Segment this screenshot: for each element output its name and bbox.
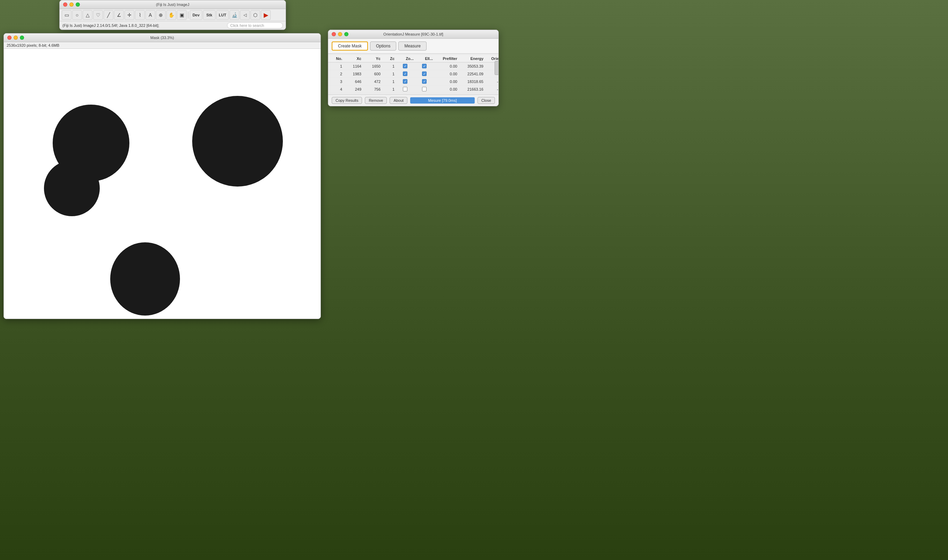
checkbox-ell-1[interactable]: ✓	[422, 64, 426, 68]
data-table: No. Xc Yc Zc Zo... Ell... Prefilter Ener…	[328, 54, 499, 94]
oval-tool[interactable]: ○	[72, 10, 82, 20]
row2-xc: 1983	[343, 71, 362, 77]
close-button[interactable]: Close	[477, 97, 495, 104]
row4-no: 4	[331, 86, 343, 92]
row1-zo-check[interactable]: ✓	[396, 63, 415, 69]
angle-tool[interactable]: ∠	[114, 10, 124, 20]
row2-prefilter: 0.00	[434, 71, 458, 77]
stk-button[interactable]: Stk	[203, 10, 215, 20]
image-window: Mask (33.3%) 2536x1920 pixels; 8-bit; 4.…	[3, 33, 321, 319]
copy-results-button[interactable]: Copy Results	[332, 97, 362, 104]
image-canvas[interactable]	[4, 49, 320, 319]
row1-ell-check[interactable]: ✓	[415, 63, 434, 69]
lut-button[interactable]: LUT	[216, 10, 229, 20]
macro-icon[interactable]: ◁	[240, 10, 250, 20]
image-title: Mask (33.3%)	[150, 35, 174, 40]
checkbox-zo-1[interactable]: ✓	[403, 64, 407, 68]
progress-bar: Mesure [79.0ms]	[410, 97, 475, 103]
panel-min-traffic[interactable]	[338, 32, 342, 36]
row4-energy: 21663.16	[458, 86, 485, 92]
polygon-tool[interactable]: △	[83, 10, 92, 20]
checkbox-zo-3[interactable]: ✓	[403, 79, 407, 84]
toolbar-title: (Fiji Is Just) ImageJ	[156, 2, 189, 7]
progress-text: Mesure [79.0ms]	[428, 98, 457, 103]
status-text: (Fiji Is Just) ImageJ 2.14.0/1.54f; Java…	[62, 23, 159, 28]
row3-prefilter: 0.00	[434, 79, 458, 85]
panel-close-traffic[interactable]	[332, 32, 336, 36]
row3-zo-check[interactable]: ✓	[396, 78, 415, 85]
row2-zo-check[interactable]: ✓	[396, 71, 415, 77]
freehand-tool[interactable]: ♡	[93, 10, 103, 20]
row1-zc: 1	[382, 63, 396, 69]
toolbar-titlebar: (Fiji Is Just) ImageJ	[60, 0, 286, 9]
checkbox-ell-2[interactable]: ✓	[422, 71, 426, 76]
row4-ell-check[interactable]	[415, 86, 434, 92]
rectangle-tool[interactable]: ▭	[62, 10, 71, 20]
about-button[interactable]: About	[389, 97, 407, 104]
checkbox-ell-3[interactable]: ✓	[422, 79, 426, 84]
orientationj-panel: OrientationJ Measure [69C-30-1.tif] Crea…	[328, 30, 499, 106]
row1-prefilter: 0.00	[434, 63, 458, 69]
remove-button[interactable]: Remove	[365, 97, 387, 104]
image-close-btn[interactable]	[7, 35, 11, 40]
col-no: No.	[331, 56, 343, 62]
run-icon[interactable]: ▶	[261, 10, 271, 20]
panel-footer: Copy Results Remove About Mesure [79.0ms…	[328, 94, 499, 106]
create-mask-button[interactable]: Create Mask	[332, 42, 368, 51]
circle-large	[192, 96, 283, 186]
row2-ell-check[interactable]: ✓	[415, 71, 434, 77]
circle-medium	[53, 105, 129, 181]
col-yc: Yc	[362, 56, 382, 62]
wand-tool[interactable]: ⌇	[135, 10, 145, 20]
checkbox-zo-2[interactable]: ✓	[403, 71, 407, 76]
row4-xc: 249	[343, 86, 362, 92]
table-row: 4 249 756 1 0.00 21663.16 -37.03 0.285	[328, 85, 499, 93]
row4-zo-check[interactable]	[396, 86, 415, 92]
panel-max-traffic[interactable]	[344, 32, 348, 36]
circle-bottom	[110, 242, 180, 315]
image-titlebar: Mask (33.3%)	[4, 34, 320, 42]
checkbox-ell-4[interactable]	[422, 87, 426, 91]
row4-zc: 1	[382, 86, 396, 92]
table-row: 1 1164 1650 1 ✓ ✓ 0.00 35053.39 -45.96 0…	[328, 62, 499, 70]
row2-zc: 1	[382, 71, 396, 77]
row1-xc: 1164	[343, 63, 362, 69]
point-tool[interactable]: ✛	[125, 10, 134, 20]
dev-button[interactable]: Dev	[190, 10, 202, 20]
table-row: 3 646 472 1 ✓ ✓ 0.00 18318.65 -56.60 0.1…	[328, 78, 499, 85]
checkbox-zo-4[interactable]	[403, 87, 407, 91]
col-orientation: Orienta...	[485, 56, 499, 62]
zoom-tool[interactable]: ⊕	[156, 10, 166, 20]
col-ell: Ell...	[415, 56, 434, 62]
color-picker[interactable]: ▣	[177, 10, 186, 20]
col-zc: Zc	[382, 56, 396, 62]
row1-no: 1	[331, 63, 343, 69]
measure-button[interactable]: Measure	[398, 42, 426, 51]
col-energy: Energy	[458, 56, 485, 62]
row3-ell-check[interactable]: ✓	[415, 78, 434, 85]
image-max-btn[interactable]	[20, 35, 24, 40]
row4-prefilter: 0.00	[434, 86, 458, 92]
row3-zc: 1	[382, 79, 396, 85]
image-min-btn[interactable]	[14, 35, 18, 40]
search-box[interactable]: Click here to search	[227, 22, 283, 29]
text-tool[interactable]: A	[145, 10, 155, 20]
options-button[interactable]: Options	[370, 42, 396, 51]
close-btn[interactable]	[63, 2, 67, 7]
panel-titlebar: OrientationJ Measure [69C-30-1.tif]	[328, 30, 499, 39]
options-icon[interactable]: ⬡	[251, 10, 260, 20]
hand-tool[interactable]: ✋	[166, 10, 176, 20]
col-xc: Xc	[343, 56, 362, 62]
maximize-btn[interactable]	[76, 2, 80, 7]
minimize-btn[interactable]	[69, 2, 74, 7]
row4-orientation: -37.03	[485, 86, 499, 92]
analysis-icon[interactable]: 🔬	[229, 10, 239, 20]
side-edge	[495, 61, 499, 75]
row1-energy: 35053.39	[458, 63, 485, 69]
table-row: 2 1983 600 1 ✓ ✓ 0.00 22541.09 5.91 0.17…	[328, 70, 499, 78]
panel-title: OrientationJ Measure [69C-30-1.tif]	[383, 32, 443, 36]
tools-row: ▭ ○ △ ♡ ╱ ∠ ✛ ⌇ A ⊕ ✋ ▣ Dev Stk LUT 🔬 ◁ …	[60, 9, 286, 21]
toolbar-status-bar: (Fiji Is Just) ImageJ 2.14.0/1.54f; Java…	[60, 21, 286, 30]
row2-yc: 600	[362, 71, 382, 77]
line-tool[interactable]: ╱	[103, 10, 113, 20]
